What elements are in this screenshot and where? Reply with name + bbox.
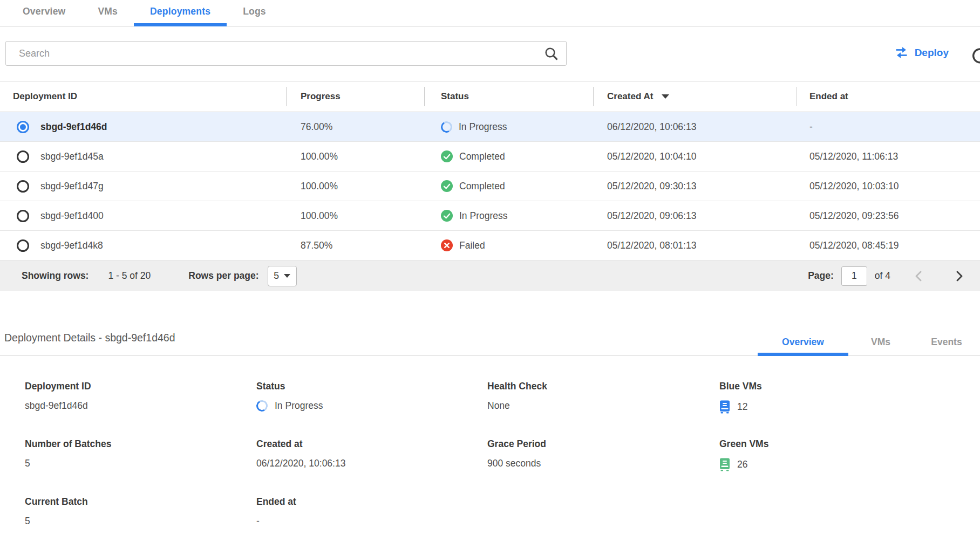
swap-arrows-icon (894, 46, 909, 59)
row-radio[interactable] (17, 210, 29, 222)
created-at-cell: 05/12/2020, 10:04:10 (593, 151, 797, 162)
details-tab-events[interactable]: Events (913, 332, 980, 356)
deployment-details-header: Deployment Details - sbgd-9ef1d46d Overv… (0, 291, 980, 356)
column-header-ended-at[interactable]: Ended at (797, 81, 980, 112)
tab-overview[interactable]: Overview (6, 0, 81, 26)
field-label: Current Batch (25, 496, 256, 507)
progress-cell: 100.00% (286, 181, 424, 192)
deployment-id-cell: sbgd-9ef1d45a (40, 151, 104, 162)
field-value: - (256, 516, 487, 527)
check-circle-icon (441, 150, 453, 162)
details-tab-bar: Overview VMs Events (758, 332, 980, 356)
field-label: Status (256, 381, 487, 392)
table-footer: Showing rows: 1 - 5 of 20 Rows per page:… (0, 260, 980, 291)
column-header-created-at[interactable]: Created At (593, 81, 797, 112)
status-cell: Completed (459, 181, 505, 192)
check-circle-icon (441, 210, 453, 222)
next-page-button[interactable] (955, 270, 964, 283)
rows-per-page-label: Rows per page: (188, 270, 258, 282)
field-status: Status In Progress (256, 381, 487, 438)
chevron-down-icon (284, 274, 290, 278)
search-box (5, 41, 567, 66)
refresh-icon (971, 47, 980, 64)
progress-cell: 76.00% (286, 121, 424, 133)
field-current-batch: Current Batch 5 (25, 496, 256, 535)
field-number-of-batches: Number of Batches 5 (25, 438, 256, 496)
chevron-left-icon (914, 270, 923, 283)
row-radio[interactable] (17, 239, 29, 252)
deployment-id-cell: sbgd-9ef1d46d (40, 121, 107, 133)
previous-page-button[interactable] (914, 270, 923, 283)
progress-cell: 100.00% (286, 151, 424, 162)
field-label: Number of Batches (25, 438, 256, 450)
toolbar: Deploy (0, 26, 980, 81)
field-label: Blue VMs (719, 381, 980, 392)
field-value: sbgd-9ef1d46d (25, 400, 256, 411)
created-at-cell: 06/12/2020, 10:06:13 (593, 121, 797, 133)
field-label: Deployment ID (25, 381, 256, 392)
field-label: Health Check (487, 381, 719, 392)
search-icon (544, 46, 559, 61)
row-radio[interactable] (17, 180, 29, 193)
deploy-button-label: Deploy (915, 47, 949, 59)
status-cell: In Progress (459, 210, 507, 222)
field-green-vms: Green VMs 26 (719, 438, 980, 496)
field-value: 900 seconds (487, 458, 719, 469)
field-value: 5 (25, 516, 256, 527)
page-total: of 4 (875, 270, 890, 282)
column-header-progress[interactable]: Progress (286, 81, 424, 112)
field-created-at: Created at 06/12/2020, 10:06:13 (256, 438, 487, 496)
x-circle-icon (441, 239, 453, 251)
deployment-id-cell: sbgd-9ef1d4k8 (40, 240, 103, 251)
column-header-status[interactable]: Status (424, 81, 593, 112)
deployment-id-cell: sbgd-9ef1d400 (40, 210, 104, 222)
refresh-button[interactable] (971, 47, 980, 64)
deployment-details-title: Deployment Details - sbgd-9ef1d46d (4, 332, 175, 344)
ended-at-cell: 05/12/2020, 09:23:56 (797, 210, 980, 222)
field-label: Created at (256, 438, 487, 450)
field-ended-at: Ended at - (256, 496, 487, 535)
chevron-right-icon (955, 270, 964, 283)
showing-rows-label: Showing rows: (22, 270, 89, 282)
column-header-created-at-label: Created At (607, 91, 653, 102)
tab-deployments[interactable]: Deployments (134, 0, 227, 26)
top-tab-bar: Overview VMs Deployments Logs (0, 0, 980, 26)
details-tab-vms[interactable]: VMs (848, 332, 913, 356)
showing-rows-value: 1 - 5 of 20 (108, 270, 151, 282)
deployments-page: Overview VMs Deployments Logs (0, 0, 980, 535)
field-label: Ended at (256, 496, 487, 507)
table-row[interactable]: sbgd-9ef1d4k8 87.50% Failed 05/12/2020, … (0, 231, 980, 260)
field-value: 26 (719, 458, 980, 471)
green-vm-icon (719, 458, 730, 471)
ended-at-cell: 05/12/2020, 11:06:13 (797, 151, 980, 162)
column-header-deployment-id[interactable]: Deployment ID (0, 81, 286, 112)
page-label: Page: (808, 270, 834, 282)
deploy-button[interactable]: Deploy (894, 46, 949, 59)
tab-logs[interactable]: Logs (227, 0, 282, 26)
tab-vms[interactable]: VMs (81, 0, 134, 26)
page-input[interactable] (841, 266, 867, 286)
table-row[interactable]: sbgd-9ef1d400 100.00% In Progress 05/12/… (0, 201, 980, 231)
progress-cell: 87.50% (286, 240, 424, 251)
status-cell: Completed (459, 151, 505, 162)
deployments-table: Deployment ID Progress Status Created At… (0, 81, 980, 291)
field-deployment-id: Deployment ID sbgd-9ef1d46d (25, 381, 256, 438)
details-tab-overview[interactable]: Overview (758, 332, 848, 356)
status-cell: Failed (459, 240, 485, 251)
status-cell: In Progress (459, 121, 507, 133)
field-value: 06/12/2020, 10:06:13 (256, 458, 487, 469)
created-at-cell: 05/12/2020, 09:06:13 (593, 210, 797, 222)
field-grace-period: Grace Period 900 seconds (487, 438, 719, 496)
sort-desc-icon (662, 94, 669, 99)
table-row[interactable]: sbgd-9ef1d45a 100.00% Completed 05/12/20… (0, 142, 980, 172)
row-radio[interactable] (17, 150, 29, 163)
search-input[interactable] (18, 47, 544, 60)
field-blue-vms: Blue VMs 12 (719, 381, 980, 438)
rows-per-page-select[interactable]: 5 (268, 266, 297, 286)
row-radio-selected[interactable] (17, 121, 29, 133)
field-label: Grace Period (487, 438, 719, 450)
table-row[interactable]: sbgd-9ef1d46d 76.00% In Progress 06/12/2… (0, 112, 980, 142)
in-progress-spinner-icon (255, 399, 269, 413)
table-row[interactable]: sbgd-9ef1d47g 100.00% Completed 05/12/20… (0, 172, 980, 201)
in-progress-spinner-icon (440, 120, 454, 134)
